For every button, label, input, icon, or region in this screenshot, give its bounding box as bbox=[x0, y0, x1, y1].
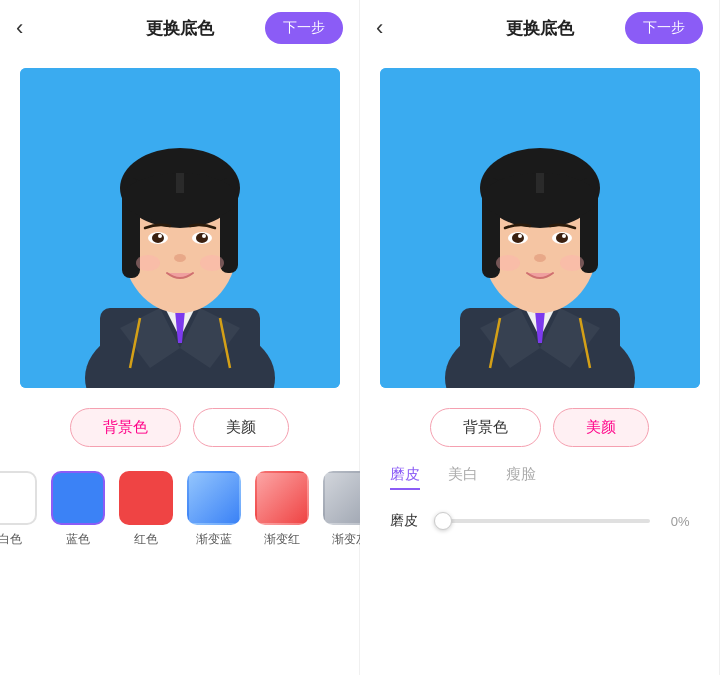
tab-beauty-left[interactable]: 美颜 bbox=[193, 408, 289, 447]
svg-rect-40 bbox=[536, 173, 544, 193]
page-title-right: 更换底色 bbox=[506, 17, 574, 40]
swatch-blue[interactable]: 蓝色 bbox=[51, 471, 105, 548]
slider-track[interactable] bbox=[434, 519, 650, 523]
page-title-left: 更换底色 bbox=[146, 17, 214, 40]
sub-tab-whiten[interactable]: 美白 bbox=[448, 465, 478, 490]
panel-right: ‹ 更换底色 下一步 bbox=[360, 0, 720, 675]
tab-beauty-right[interactable]: 美颜 bbox=[553, 408, 649, 447]
sub-tab-smooth[interactable]: 磨皮 bbox=[390, 465, 420, 490]
swatch-label-white: 白色 bbox=[0, 531, 22, 548]
svg-point-46 bbox=[562, 234, 566, 238]
swatch-grad-blue[interactable]: 渐变蓝 bbox=[187, 471, 241, 548]
swatch-label-grad-red: 渐变红 bbox=[264, 531, 300, 548]
svg-point-19 bbox=[196, 233, 208, 243]
slider-thumb[interactable] bbox=[434, 512, 452, 530]
svg-point-47 bbox=[534, 254, 546, 262]
svg-point-20 bbox=[158, 234, 162, 238]
header-left: ‹ 更换底色 下一步 bbox=[0, 0, 359, 56]
photo-right bbox=[380, 68, 700, 388]
swatch-grad-red[interactable]: 渐变红 bbox=[255, 471, 309, 548]
back-button-right[interactable]: ‹ bbox=[376, 17, 383, 39]
tab-bar-left: 背景色 美颜 bbox=[70, 408, 289, 447]
color-swatches: 白色 蓝色 红色 渐变蓝 渐变红 渐变灰 bbox=[0, 471, 387, 548]
svg-point-48 bbox=[496, 255, 520, 271]
swatch-red[interactable]: 红色 bbox=[119, 471, 173, 548]
svg-point-49 bbox=[560, 255, 584, 271]
svg-point-22 bbox=[174, 254, 186, 262]
swatch-label-grad-blue: 渐变蓝 bbox=[196, 531, 232, 548]
tab-bg-right[interactable]: 背景色 bbox=[430, 408, 541, 447]
svg-point-43 bbox=[512, 233, 524, 243]
slider-label: 磨皮 bbox=[390, 512, 422, 530]
svg-rect-15 bbox=[176, 173, 184, 193]
next-button-left[interactable]: 下一步 bbox=[265, 12, 343, 44]
sub-tab-slim[interactable]: 瘦脸 bbox=[506, 465, 536, 490]
back-button-left[interactable]: ‹ bbox=[16, 17, 23, 39]
swatch-label-red: 红色 bbox=[134, 531, 158, 548]
svg-point-21 bbox=[202, 234, 206, 238]
swatch-white[interactable]: 白色 bbox=[0, 471, 37, 548]
tab-bar-right: 背景色 美颜 bbox=[430, 408, 649, 447]
photo-left bbox=[20, 68, 340, 388]
panel-left: ‹ 更换底色 下一步 bbox=[0, 0, 360, 675]
svg-point-24 bbox=[200, 255, 224, 271]
svg-point-44 bbox=[556, 233, 568, 243]
svg-point-23 bbox=[136, 255, 160, 271]
slider-value: 0% bbox=[662, 514, 690, 529]
swatch-label-blue: 蓝色 bbox=[66, 531, 90, 548]
sub-tab-bar: 磨皮 美白 瘦脸 bbox=[360, 465, 536, 490]
svg-point-45 bbox=[518, 234, 522, 238]
next-button-right[interactable]: 下一步 bbox=[625, 12, 703, 44]
tab-bg-left[interactable]: 背景色 bbox=[70, 408, 181, 447]
smooth-slider-section: 磨皮 0% bbox=[390, 512, 690, 530]
header-right: ‹ 更换底色 下一步 bbox=[360, 0, 719, 56]
svg-point-18 bbox=[152, 233, 164, 243]
